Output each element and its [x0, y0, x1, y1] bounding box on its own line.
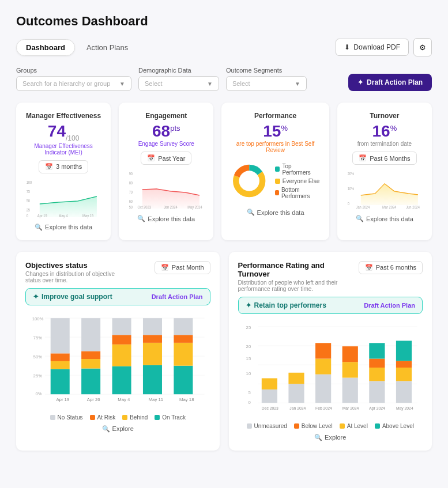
- explore-perf-turnover[interactable]: 🔍 Explore: [238, 434, 423, 441]
- svg-rect-51: [143, 365, 162, 394]
- download-icon: ⬇: [344, 43, 350, 51]
- svg-rect-53: [143, 335, 162, 343]
- objectives-chart-subtitle: Changes in distribution of objective sta…: [25, 271, 129, 283]
- legend-unmeasured: Unmeasured: [254, 423, 287, 429]
- tab-action-plans[interactable]: Action Plans: [77, 39, 137, 56]
- explore-turnover[interactable]: 🔍 Explore this data: [347, 215, 423, 222]
- metric-card-manager: Manager Effectiveness 74/100 Manager Eff…: [16, 103, 111, 240]
- perf-turnover-action-banner: ✦ Retain top performers Draft Action Pla…: [238, 297, 423, 314]
- svg-rect-39: [51, 318, 70, 353]
- svg-rect-94: [396, 341, 411, 361]
- svg-text:25: 25: [27, 207, 31, 212]
- area-chart-turnover: 20% 10% 0 Jan 2024 Mar 2024 Jun 2024: [347, 169, 423, 210]
- legend-everyone-else: Everyone Else: [283, 178, 319, 184]
- calendar-icon: 📅: [359, 154, 367, 162]
- search-icon: 🔍: [102, 425, 110, 433]
- explore-manager[interactable]: 🔍 Explore this data: [25, 224, 101, 231]
- svg-rect-86: [369, 381, 385, 403]
- legend-below-level: Below Level: [302, 423, 333, 429]
- svg-rect-46: [112, 366, 131, 394]
- svg-rect-76: [288, 372, 304, 383]
- donut-chart-performance: [231, 158, 268, 204]
- demographic-filter-label: Demographic Data: [138, 67, 219, 74]
- svg-rect-84: [342, 346, 357, 362]
- perf-turnover-chart-subtitle: Distribution of people who left and thei…: [238, 279, 342, 292]
- svg-text:May 2024: May 2024: [396, 406, 413, 410]
- explore-performance[interactable]: 🔍 Explore this data: [231, 209, 319, 216]
- search-icon: 🔍: [137, 215, 145, 222]
- settings-button[interactable]: ⚙: [413, 38, 432, 56]
- svg-text:90: 90: [129, 171, 133, 176]
- outcome-filter-select[interactable]: Select ▼: [226, 76, 307, 91]
- svg-rect-78: [315, 374, 331, 403]
- legend-behind: Behind: [130, 414, 148, 421]
- svg-rect-72: [261, 389, 277, 403]
- svg-text:Jan 2024: Jan 2024: [289, 406, 306, 410]
- time-period-engagement[interactable]: 📅 Past Year: [141, 152, 191, 165]
- metric-subtitle-engagement: Engage Survey Score: [128, 141, 204, 147]
- groups-filter-select[interactable]: Search for a hierarchy or group ▼: [16, 76, 131, 91]
- svg-text:100%: 100%: [32, 316, 44, 321]
- target-icon: ✦: [246, 301, 251, 309]
- search-icon: 🔍: [356, 215, 364, 222]
- draft-action-plan-button[interactable]: ✦ Draft Action Plan: [348, 74, 432, 91]
- svg-text:0: 0: [347, 201, 349, 206]
- legend-at-level: At Level: [347, 423, 368, 429]
- metric-value-turnover: 16%: [347, 123, 423, 139]
- svg-rect-92: [396, 368, 411, 381]
- svg-text:10: 10: [246, 370, 251, 376]
- calendar-icon: 📅: [365, 264, 373, 271]
- svg-rect-47: [112, 344, 131, 366]
- demographic-filter-select[interactable]: Select ▼: [138, 76, 219, 91]
- metric-card-turnover: Turnover 16% from termination date 📅 Pas…: [337, 103, 432, 240]
- svg-text:May 2024: May 2024: [187, 205, 202, 210]
- svg-text:Apr 2024: Apr 2024: [369, 406, 385, 410]
- calendar-icon: 📅: [45, 163, 53, 171]
- svg-rect-80: [315, 343, 331, 358]
- svg-text:20%: 20%: [347, 171, 354, 176]
- metric-title-turnover: Turnover: [347, 112, 423, 120]
- svg-text:May 4: May 4: [59, 213, 68, 218]
- svg-text:Mar 2024: Mar 2024: [382, 205, 397, 209]
- page-title: Outcomes Dashboard: [16, 14, 432, 29]
- svg-rect-48: [112, 335, 131, 345]
- svg-text:0%: 0%: [35, 391, 42, 396]
- svg-text:50: 50: [27, 198, 31, 203]
- svg-rect-37: [51, 361, 70, 369]
- time-period-perf-turnover[interactable]: 📅 Past 6 months: [359, 261, 423, 274]
- svg-rect-43: [81, 351, 100, 359]
- svg-text:50: 50: [129, 205, 133, 209]
- svg-rect-36: [51, 369, 70, 394]
- time-period-objectives[interactable]: 📅 Past Month: [155, 261, 210, 274]
- svg-rect-56: [174, 365, 193, 394]
- svg-text:Jan 2024: Jan 2024: [356, 205, 370, 209]
- svg-text:50%: 50%: [33, 354, 43, 360]
- download-pdf-button[interactable]: ⬇ Download PDF: [336, 39, 409, 56]
- objectives-draft-action-btn[interactable]: Draft Action Plan: [152, 293, 203, 300]
- target-icon: ✦: [33, 293, 39, 301]
- svg-text:100: 100: [27, 180, 32, 184]
- svg-rect-52: [143, 342, 162, 365]
- svg-point-19: [239, 171, 259, 191]
- calendar-icon: 📅: [147, 154, 155, 162]
- gear-icon: ⚙: [419, 43, 426, 52]
- svg-text:15: 15: [246, 356, 251, 361]
- svg-text:25: 25: [246, 325, 251, 330]
- tab-dashboard[interactable]: Dashboard: [16, 39, 75, 56]
- perf-turnover-draft-action-btn[interactable]: Draft Action Plan: [364, 302, 415, 309]
- explore-engagement[interactable]: 🔍 Explore this data: [128, 215, 204, 222]
- perf-turnover-bar-chart: 25 20 15 10 5 0 Dec 2023 Jan 2024: [238, 320, 423, 418]
- time-period-manager[interactable]: 📅 3 months: [39, 160, 88, 173]
- svg-rect-38: [51, 353, 70, 361]
- objectives-chart-title: Objectives status: [25, 261, 129, 270]
- outcome-placeholder: Select: [232, 80, 250, 87]
- svg-rect-49: [112, 318, 131, 335]
- svg-rect-54: [143, 318, 162, 335]
- groups-placeholder: Search for a hierarchy or group: [22, 80, 110, 87]
- svg-text:70: 70: [129, 190, 133, 194]
- svg-rect-41: [81, 368, 100, 394]
- line-chart-manager: 100 75 50 25 0 Apr 19 May 4 May 19: [25, 178, 101, 218]
- svg-rect-82: [342, 377, 357, 403]
- explore-objectives[interactable]: 🔍 Explore: [25, 425, 210, 433]
- time-period-turnover[interactable]: 📅 Past 6 Months: [352, 152, 416, 165]
